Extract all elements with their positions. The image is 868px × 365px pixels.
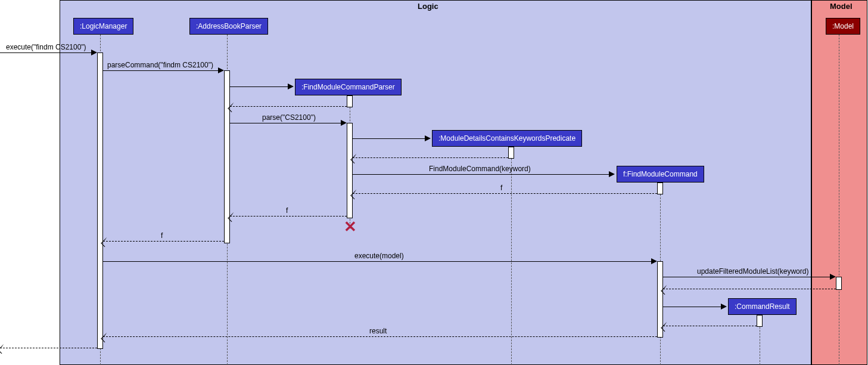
msg-return-f2-label: f: [286, 206, 288, 215]
msg-execute-model-label: execute(model): [354, 252, 404, 260]
msg-return-f2-line: [230, 216, 347, 216]
msg-parse-line: [230, 123, 344, 123]
find-module-command-activation-1: [657, 182, 663, 194]
find-module-command-head: f:FindModuleCommand: [617, 166, 704, 182]
msg-return-predicate-line: [353, 157, 508, 158]
command-result-activation: [757, 315, 763, 327]
model-lifeline: [839, 35, 839, 365]
msg-return-model-line: [663, 289, 836, 289]
msg-execute-model-line: [103, 261, 654, 262]
msg-return-f1-line: [353, 193, 657, 194]
msg-return-f3-label: f: [161, 231, 163, 240]
logic-manager-head: :LogicManager: [73, 18, 133, 35]
msg-create-fmcp-arrow-icon: [288, 83, 294, 89]
msg-create-commandresult-arrow-icon: [721, 304, 727, 310]
msg-create-predicate-arrow-icon: [425, 135, 431, 141]
model-head: :Model: [826, 18, 860, 35]
addressbook-parser-head: :AddressBookParser: [189, 18, 268, 35]
msg-parsecommand-line: [103, 70, 221, 71]
find-module-command-parser-activation-1: [347, 95, 353, 107]
msg-return-external-arrow-icon: [0, 344, 8, 354]
msg-create-fmc-arrow-icon: [609, 171, 615, 177]
model-frame: Model: [811, 0, 867, 365]
msg-return-external-line: [0, 348, 97, 348]
msg-update-filtered-arrow-icon: [830, 274, 836, 280]
msg-parsecommand-arrow-icon: [218, 67, 224, 73]
msg-create-fmc-line: [353, 174, 612, 175]
logic-frame-label: Logic: [418, 2, 438, 11]
model-frame-label: Model: [830, 2, 853, 11]
logic-manager-activation: [97, 52, 103, 349]
msg-result-label: result: [369, 327, 387, 335]
msg-create-fmcp-line: [230, 86, 290, 87]
model-activation: [836, 277, 842, 290]
msg-return-commandresult-line: [663, 326, 757, 326]
msg-update-filtered-label: updateFilteredModuleList(keyword): [697, 267, 808, 276]
msg-execute-model-arrow-icon: [651, 258, 657, 264]
logic-frame: Logic: [60, 0, 811, 365]
msg-create-fmc-label: FindModuleCommand(keyword): [429, 165, 531, 173]
msg-create-commandresult-line: [663, 307, 724, 307]
module-details-predicate-activation: [508, 147, 514, 159]
msg-parse-arrow-icon: [341, 120, 347, 126]
msg-return-f3-line: [103, 241, 224, 242]
msg-execute-arrow-icon: [91, 50, 97, 55]
msg-update-filtered-line: [663, 277, 833, 277]
command-result-head: :CommandResult: [728, 298, 797, 315]
msg-execute-label: execute("findm CS2100"): [6, 43, 86, 51]
module-details-predicate-head: :ModuleDetailsContainsKeywordsPredicate: [432, 130, 582, 147]
msg-parse-label: parse("CS2100"): [262, 113, 316, 122]
msg-execute-line: [0, 52, 94, 53]
module-details-predicate-lifeline: [511, 147, 512, 365]
msg-parsecommand-label: parseCommand("findm CS2100"): [107, 61, 213, 69]
msg-create-predicate-line: [353, 138, 427, 139]
msg-return-f1-label: f: [500, 184, 502, 192]
msg-result-line: [103, 336, 657, 337]
find-module-command-parser-head: :FindModuleCommandParser: [295, 79, 402, 95]
find-module-command-parser-activation-2: [347, 123, 353, 218]
destroy-icon: ✕: [344, 218, 357, 236]
msg-return-fmcp-create-line: [230, 106, 347, 107]
